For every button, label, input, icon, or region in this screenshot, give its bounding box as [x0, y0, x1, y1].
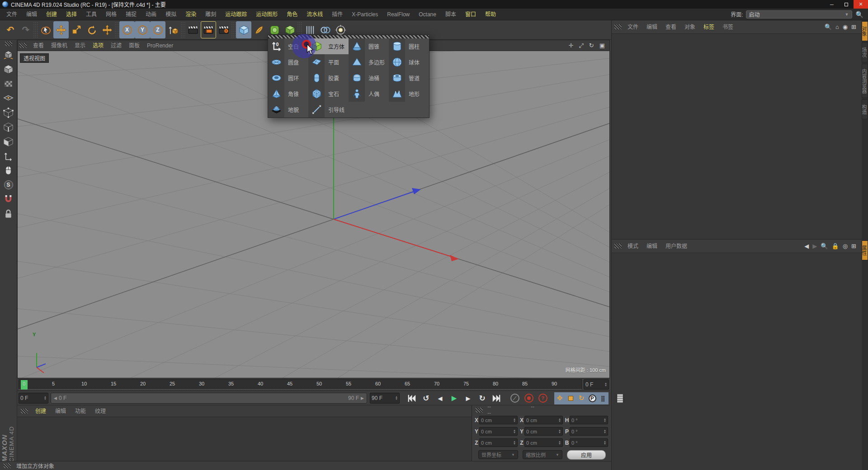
- menu-item-编辑[interactable]: 编辑: [51, 408, 71, 414]
- current-frame-spinner[interactable]: 0 F ▲▼: [19, 393, 48, 404]
- panel-drag-handle[interactable]: [614, 24, 622, 29]
- dolly-view-icon[interactable]: ⤢: [576, 42, 586, 49]
- orbit-view-icon[interactable]: ↻: [586, 42, 597, 49]
- primitive-item-圆柱[interactable]: 圆柱: [389, 38, 429, 54]
- record-pla-toggle[interactable]: ⣿: [598, 392, 609, 404]
- add-panel-icon[interactable]: ⊞: [849, 243, 858, 249]
- autokey-button[interactable]: [522, 392, 536, 404]
- loop-button[interactable]: ↻: [475, 392, 489, 404]
- primitive-item-管道[interactable]: 管道: [389, 70, 429, 86]
- palette-drag-handle[interactable]: [5, 41, 12, 46]
- menu-item-ProRender[interactable]: ProRender: [143, 42, 177, 49]
- coord-input-Y1[interactable]: 0 cm ▲▼: [524, 427, 563, 436]
- menu-item-创建[interactable]: 创建: [42, 11, 61, 18]
- play-forwards-button[interactable]: ▶: [447, 392, 461, 404]
- menu-item-文件[interactable]: 文件: [623, 24, 642, 30]
- primitive-item-引导线[interactable]: 引导线: [308, 102, 349, 118]
- coordinate-system-dropdown[interactable]: 世界坐标 ▼: [478, 450, 518, 459]
- coord-input-H2[interactable]: 0 ° ▲▼: [570, 416, 608, 424]
- scale-tool-button[interactable]: [69, 21, 84, 38]
- menu-item-纹理[interactable]: 纹理: [90, 408, 110, 414]
- render-view-button[interactable]: [185, 21, 201, 38]
- pan-view-icon[interactable]: ✛: [566, 42, 576, 49]
- menu-item-角色[interactable]: 角色: [282, 11, 302, 18]
- texture-mode-button[interactable]: [1, 77, 16, 90]
- goto-start-button[interactable]: [405, 392, 419, 404]
- panel-drag-handle[interactable]: [476, 408, 483, 413]
- menu-item-渲染[interactable]: 渲染: [181, 11, 201, 18]
- search-icon[interactable]: 🔍: [823, 24, 834, 30]
- top-level-icon[interactable]: ⌂: [834, 24, 841, 30]
- menu-item-对象[interactable]: 对象: [680, 24, 699, 30]
- spinner-arrows-icon[interactable]: ▲▼: [604, 441, 606, 445]
- coord-input-Z1[interactable]: 0 cm ▲▼: [524, 438, 563, 447]
- lock-x-button[interactable]: X: [119, 21, 135, 38]
- undo-button[interactable]: ↶: [3, 21, 18, 38]
- menu-item-用户数据[interactable]: 用户数据: [661, 243, 691, 249]
- lock-icon[interactable]: 🔒: [830, 243, 841, 249]
- record-scale-toggle[interactable]: [565, 392, 576, 404]
- side-tab-构造[interactable]: 构造: [862, 99, 868, 119]
- menu-item-过滤[interactable]: 过滤: [107, 42, 125, 49]
- coordinate-system-button[interactable]: [165, 21, 181, 38]
- search-icon[interactable]: 🔍: [856, 11, 863, 18]
- primitive-cube-button[interactable]: [236, 21, 251, 38]
- spinner-arrows-icon[interactable]: ▲▼: [558, 429, 561, 434]
- menu-item-网格[interactable]: 网格: [101, 11, 121, 18]
- side-tab-内容浏览器[interactable]: 内容浏览器: [862, 64, 868, 98]
- viewport-solo-single-button[interactable]: S: [1, 178, 16, 192]
- spinner-arrows-icon[interactable]: ▲▼: [604, 382, 607, 387]
- menu-item-模式[interactable]: 模式: [623, 243, 642, 249]
- make-editable-button[interactable]: [1, 48, 16, 61]
- attribute-manager-content[interactable]: [612, 253, 868, 470]
- side-tab-对象[interactable]: 对象: [862, 21, 868, 41]
- menu-item-创建[interactable]: 创建: [31, 408, 51, 414]
- coord-input-P2[interactable]: 0 ° ▲▼: [570, 427, 608, 436]
- object-manager-list[interactable]: [612, 34, 868, 240]
- menu-item-查看[interactable]: 查看: [29, 42, 47, 49]
- menu-item-RealFlow[interactable]: RealFlow: [382, 11, 414, 18]
- model-mode-button[interactable]: [1, 62, 16, 76]
- primitive-item-地貌[interactable]: 地貌: [268, 102, 308, 118]
- menu-item-文件[interactable]: 文件: [2, 11, 22, 18]
- primitive-item-地形[interactable]: 地形: [389, 86, 429, 102]
- primitive-item-球体[interactable]: 球体: [389, 54, 429, 70]
- menu-item-捕捉[interactable]: 捕捉: [121, 11, 141, 18]
- coord-input-X1[interactable]: 0 cm ▲▼: [524, 416, 563, 424]
- record-rotation-toggle[interactable]: ↻: [576, 392, 587, 404]
- primitive-item-胶囊[interactable]: 胶囊: [308, 70, 349, 86]
- primitive-item-平面[interactable]: 平面: [308, 54, 349, 70]
- spinner-arrows-icon[interactable]: ▲▼: [558, 441, 561, 445]
- workplane-mode-button[interactable]: [1, 91, 16, 105]
- spline-pen-button[interactable]: [251, 21, 267, 38]
- record-position-toggle[interactable]: ✥: [554, 392, 565, 404]
- coord-input-Y0[interactable]: 0 cm ▲▼: [479, 427, 518, 436]
- spinner-arrows-icon[interactable]: ▲▼: [44, 396, 47, 400]
- spinner-arrows-icon[interactable]: ▲▼: [513, 418, 516, 423]
- recent-tool-button[interactable]: [99, 21, 115, 38]
- menu-item-编辑[interactable]: 编辑: [642, 24, 661, 30]
- scale-mode-dropdown[interactable]: 缩放比例 ▼: [523, 450, 562, 459]
- filter-eye-icon[interactable]: ◉: [841, 24, 849, 30]
- frame-range-slider[interactable]: ◀0 F 90 F▶: [51, 393, 367, 404]
- menu-item-显示[interactable]: 显示: [71, 42, 89, 49]
- menu-item-运动图形[interactable]: 运动图形: [251, 11, 282, 18]
- history-back-icon[interactable]: ◀: [802, 243, 811, 249]
- side-tab-场次[interactable]: 场次: [862, 42, 868, 62]
- menu-item-选择[interactable]: 选择: [61, 11, 81, 18]
- menu-item-脚本[interactable]: 脚本: [441, 11, 461, 18]
- apply-button[interactable]: 应用: [567, 450, 606, 460]
- menu-item-书签[interactable]: 书签: [718, 24, 737, 30]
- viewport-solo-button[interactable]: [1, 164, 16, 177]
- menu-item-面板[interactable]: 面板: [125, 42, 143, 49]
- search-icon[interactable]: 🔍: [819, 243, 830, 249]
- menu-item-Octane[interactable]: Octane: [414, 11, 441, 18]
- end-frame-spinner[interactable]: 90 F ▲▼: [370, 393, 400, 404]
- live-selection-button[interactable]: [38, 21, 53, 38]
- menu-item-选项[interactable]: 选项: [89, 42, 107, 49]
- points-mode-button[interactable]: >: [1, 106, 16, 119]
- render-picture-viewer-button[interactable]: [201, 21, 216, 38]
- menu-item-查看[interactable]: 查看: [661, 24, 680, 30]
- coord-input-Z0[interactable]: 0 cm ▲▼: [479, 438, 518, 447]
- menu-item-编辑[interactable]: 编辑: [642, 243, 661, 249]
